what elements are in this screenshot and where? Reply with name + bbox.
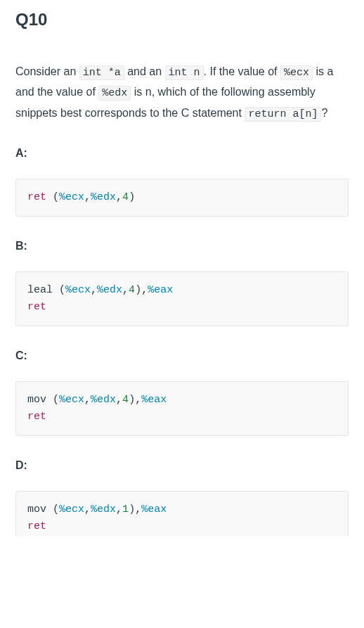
space bbox=[46, 504, 53, 515]
punct: ) bbox=[129, 191, 135, 203]
register: %edx bbox=[97, 284, 122, 296]
text: . If the value of bbox=[204, 65, 280, 77]
code-block-d: mov (%ecx,%edx,1),%eax ret bbox=[15, 491, 349, 537]
punct: , bbox=[141, 284, 148, 296]
asm-instruction: mov bbox=[27, 504, 46, 515]
inline-code: int n bbox=[165, 65, 204, 80]
question-text: Consider an int *a and an int n. If the … bbox=[15, 62, 349, 124]
text: and an bbox=[124, 65, 165, 77]
punct: , bbox=[91, 284, 97, 296]
punct: , bbox=[84, 191, 91, 203]
inline-code: int *a bbox=[79, 65, 124, 80]
number: 4 bbox=[122, 191, 129, 203]
inline-code: return a[n] bbox=[245, 107, 321, 122]
punct: , bbox=[135, 394, 141, 406]
punct: ) bbox=[129, 504, 135, 515]
code-block-a: ret (%ecx,%edx,4) bbox=[15, 179, 349, 217]
register: %ecx bbox=[59, 394, 84, 406]
question-number: Q10 bbox=[15, 7, 349, 32]
text: Consider an bbox=[15, 65, 79, 77]
register: %edx bbox=[91, 504, 116, 515]
asm-keyword: ret bbox=[27, 411, 46, 423]
register: %edx bbox=[91, 191, 116, 203]
punct: ( bbox=[59, 284, 65, 296]
punct: , bbox=[116, 191, 122, 203]
inline-code: %edx bbox=[98, 86, 131, 101]
option-label-c: C: bbox=[15, 347, 349, 364]
number: 4 bbox=[122, 394, 129, 406]
asm-keyword: ret bbox=[27, 520, 46, 532]
punct: ) bbox=[135, 284, 141, 296]
punct: ( bbox=[53, 394, 59, 406]
register: %ecx bbox=[59, 504, 84, 515]
asm-instruction: mov bbox=[27, 394, 46, 406]
register: %eax bbox=[148, 284, 173, 296]
punct: , bbox=[84, 504, 91, 515]
asm-instruction: leal bbox=[27, 284, 53, 296]
number: 1 bbox=[122, 504, 129, 515]
option-label-a: A: bbox=[15, 145, 349, 162]
punct: ) bbox=[129, 394, 135, 406]
register: %eax bbox=[141, 394, 167, 406]
punct: , bbox=[116, 504, 122, 515]
space bbox=[46, 191, 53, 203]
space bbox=[53, 284, 59, 296]
code-block-b: leal (%ecx,%edx,4),%eax ret bbox=[15, 271, 349, 326]
option-label-d: D: bbox=[15, 457, 349, 474]
space bbox=[46, 394, 53, 406]
number: 4 bbox=[129, 284, 135, 296]
asm-keyword: ret bbox=[27, 301, 46, 313]
option-label-b: B: bbox=[15, 238, 349, 255]
punct: ( bbox=[53, 504, 59, 515]
punct: , bbox=[122, 284, 129, 296]
punct: , bbox=[84, 394, 91, 406]
register: %ecx bbox=[65, 284, 91, 296]
punct: ( bbox=[53, 191, 59, 203]
register: %ecx bbox=[59, 191, 84, 203]
code-block-c: mov (%ecx,%edx,4),%eax ret bbox=[15, 381, 349, 436]
asm-keyword: ret bbox=[27, 191, 46, 203]
register: %eax bbox=[141, 504, 167, 515]
punct: , bbox=[135, 504, 141, 515]
register: %edx bbox=[91, 394, 116, 406]
inline-code: %ecx bbox=[280, 65, 313, 80]
punct: , bbox=[116, 394, 122, 406]
text: ? bbox=[321, 107, 327, 119]
